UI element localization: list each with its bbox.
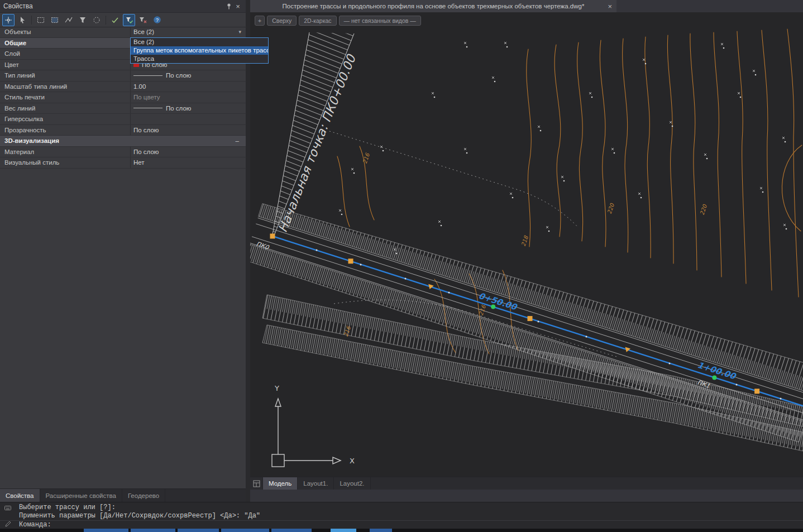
taskbar-app-segment[interactable] — [370, 529, 392, 532]
contour-label[interactable]: 216 — [477, 304, 487, 317]
property-value[interactable]: По слою — [130, 125, 246, 136]
property-row-visualstyle[interactable]: Визуальный стиль Нет — [0, 157, 246, 169]
linked-views-button[interactable]: — нет связанных видов — — [339, 16, 421, 26]
keyboard-icon[interactable] — [4, 505, 11, 514]
dropdown-item-alignment[interactable]: Трасса — [131, 55, 268, 63]
window-select-icon[interactable] — [35, 14, 47, 26]
contour-label[interactable]: 220 — [606, 202, 615, 215]
command-prompt[interactable]: Команда: — [0, 520, 803, 529]
property-value: По цвету — [130, 92, 246, 103]
contour-label[interactable]: 216 — [361, 152, 371, 165]
cursor-icon[interactable] — [16, 14, 28, 26]
property-value[interactable]: По слою — [130, 70, 246, 81]
ucs-y-label: Y — [274, 384, 279, 392]
properties-toolbar: ? — [0, 13, 246, 27]
select-add-icon[interactable] — [2, 14, 15, 26]
contour-label[interactable]: 218 — [520, 234, 529, 247]
command-line-panel[interactable]: Выберите трассу или [?]: Применить парам… — [0, 502, 803, 529]
property-value[interactable] — [130, 114, 246, 124]
station-point-100[interactable] — [712, 375, 716, 380]
dropdown-item-all[interactable]: Все (2) — [131, 38, 268, 46]
toolbar-separator — [106, 16, 106, 25]
property-label: Стиль печати — [0, 92, 130, 103]
view-direction-button[interactable]: Сверху — [267, 16, 297, 26]
filter-icon[interactable] — [77, 14, 89, 26]
property-row-transparency[interactable]: Прозрачность По слою — [0, 125, 246, 136]
taskbar-app-segment[interactable] — [271, 529, 312, 532]
crossing-select-icon[interactable] — [49, 14, 61, 26]
help-icon[interactable]: ? — [151, 14, 163, 26]
properties-panel: Свойства × — [0, 0, 246, 502]
lineweight-value: По слою — [166, 105, 191, 112]
property-row-plotstyle[interactable]: Стиль печати По цвету — [0, 92, 246, 103]
close-document-icon[interactable]: × — [608, 2, 612, 11]
property-label: Вес линий — [0, 103, 130, 114]
property-value[interactable]: 1.00 — [130, 82, 246, 92]
tab-layout1[interactable]: Layout1. — [298, 477, 334, 490]
drawing-canvas[interactable]: + Сверху 2D-каркас — нет связанных видов… — [250, 12, 803, 490]
tab-geotree[interactable]: Геодерево — [122, 489, 165, 502]
tab-extended-properties[interactable]: Расширенные свойства — [40, 489, 122, 502]
taskbar — [0, 529, 803, 532]
property-row-hyperlink[interactable]: Гиперссылка — [0, 114, 246, 125]
properties-titlebar[interactable]: Свойства × — [0, 0, 246, 13]
linetype-sample — [133, 75, 162, 76]
command-history-line: Применить параметры [Да/Нет/Сохрвдок/сох… — [0, 512, 803, 520]
property-value[interactable]: По слою — [130, 147, 246, 157]
command-history-line: Выберите трассу или [?]: — [0, 504, 803, 512]
filter-clear-icon[interactable] — [137, 14, 149, 26]
property-row-objects[interactable]: Объекты Все (2) ▾ — [0, 27, 246, 38]
document-tab[interactable]: Построение трассы и продольного профиля … — [250, 0, 616, 13]
section-label: 3D-визуализация — [0, 136, 236, 146]
close-panel-icon[interactable]: × — [233, 2, 242, 11]
check-icon[interactable] — [109, 14, 121, 26]
property-row-linetype[interactable]: Тип линий По слою — [0, 70, 246, 82]
taskbar-app-segment[interactable] — [331, 529, 356, 532]
panel-splitter[interactable] — [246, 0, 250, 502]
property-label: Масштаб типа линий — [0, 82, 130, 92]
property-value[interactable]: Нет — [130, 157, 246, 168]
lasso-select-icon[interactable] — [90, 14, 103, 26]
collapse-icon[interactable]: – — [236, 136, 246, 146]
objects-combo[interactable]: Все (2) ▾ — [130, 27, 246, 37]
dropdown-item-label-group[interactable]: Группа меток вспомогательных пикетов тра… — [131, 46, 268, 55]
property-row-ltscale[interactable]: Масштаб типа линий 1.00 — [0, 82, 246, 93]
grip[interactable] — [348, 258, 353, 263]
tab-layout2[interactable]: Layout2. — [334, 477, 370, 490]
tab-model[interactable]: Модель — [263, 477, 298, 490]
chevron-down-icon[interactable]: ▾ — [238, 29, 241, 35]
grip-start[interactable] — [270, 234, 275, 239]
linetype-value: По слою — [166, 72, 191, 79]
taskbar-app-segment[interactable] — [221, 529, 269, 532]
property-value[interactable]: По слою — [130, 103, 246, 114]
quick-select-icon[interactable] — [123, 14, 135, 26]
ucs-icon[interactable] — [272, 399, 341, 467]
taskbar-app-segment[interactable] — [131, 529, 175, 532]
grip[interactable] — [528, 316, 533, 321]
fence-select-icon[interactable] — [63, 14, 75, 26]
viewport-plus-button[interactable]: + — [255, 16, 265, 26]
grip-end[interactable] — [754, 389, 759, 394]
visual-style-button[interactable]: 2D-каркас — [299, 16, 336, 26]
property-row-lineweight[interactable]: Вес линий По слою — [0, 103, 246, 114]
property-label: Материал — [0, 147, 130, 157]
property-row-material[interactable]: Материал По слою — [0, 147, 246, 158]
lineweight-sample — [133, 108, 162, 108]
viewport-toolbar: + Сверху 2D-каркас — нет связанных видов… — [255, 16, 421, 26]
model-space[interactable]: Начальная точка: ПК0+00.00 — [250, 12, 803, 490]
taskbar-app-segment[interactable] — [178, 529, 219, 532]
pin-icon[interactable] — [224, 2, 233, 11]
tab-properties[interactable]: Свойства — [0, 489, 40, 502]
svg-text:?: ? — [155, 17, 158, 23]
property-label: Слой — [0, 49, 130, 59]
application-window: Свойства × — [0, 0, 803, 532]
section-row-3d[interactable]: 3D-визуализация – — [0, 136, 246, 147]
layout-icon[interactable] — [250, 477, 263, 490]
combo-value: Все (2) — [133, 28, 154, 35]
property-label: Объекты — [0, 27, 130, 37]
layout-tabs-bar: Модель Layout1. Layout2. — [250, 477, 803, 490]
contour-label[interactable]: 220 — [699, 203, 708, 216]
property-label: Гиперссылка — [0, 114, 130, 124]
document-title: Построение трассы и продольного профиля … — [283, 3, 585, 9]
taskbar-app-segment[interactable] — [84, 529, 128, 532]
